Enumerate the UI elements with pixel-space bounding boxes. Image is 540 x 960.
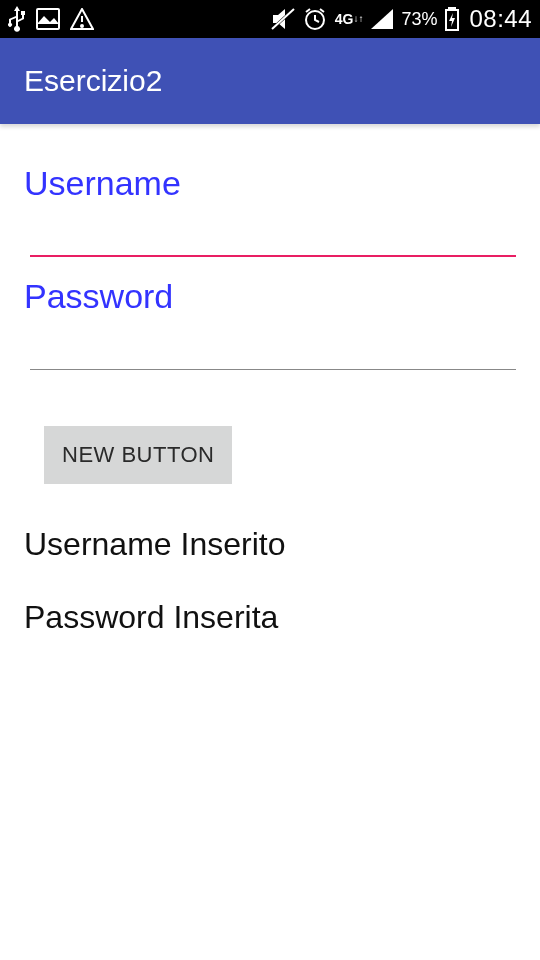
status-right: 4G↓↑ 73% 08:44 <box>271 5 532 33</box>
username-result-text: Username Inserito <box>24 526 516 563</box>
mute-icon <box>271 8 295 30</box>
status-left <box>8 6 94 32</box>
username-input[interactable] <box>30 209 516 257</box>
signal-icon <box>371 9 393 29</box>
app-title: Esercizio2 <box>24 64 162 98</box>
battery-charging-icon <box>445 7 459 31</box>
network-4g-icon: 4G↓↑ <box>335 12 364 26</box>
svg-point-2 <box>81 25 83 27</box>
main-content: Username Password NEW BUTTON Username In… <box>0 124 540 656</box>
password-label: Password <box>24 277 516 316</box>
status-bar: 4G↓↑ 73% 08:44 <box>0 0 540 38</box>
battery-percent: 73% <box>401 9 437 30</box>
warning-icon <box>70 8 94 30</box>
submit-button[interactable]: NEW BUTTON <box>44 426 232 484</box>
svg-rect-0 <box>37 9 59 29</box>
alarm-icon <box>303 7 327 31</box>
usb-icon <box>8 6 26 32</box>
svg-rect-7 <box>449 7 455 10</box>
username-label: Username <box>24 164 516 203</box>
password-input[interactable] <box>30 322 516 370</box>
image-icon <box>36 8 60 30</box>
app-bar: Esercizio2 <box>0 38 540 124</box>
password-result-text: Password Inserita <box>24 599 516 636</box>
clock-time: 08:44 <box>469 5 532 33</box>
